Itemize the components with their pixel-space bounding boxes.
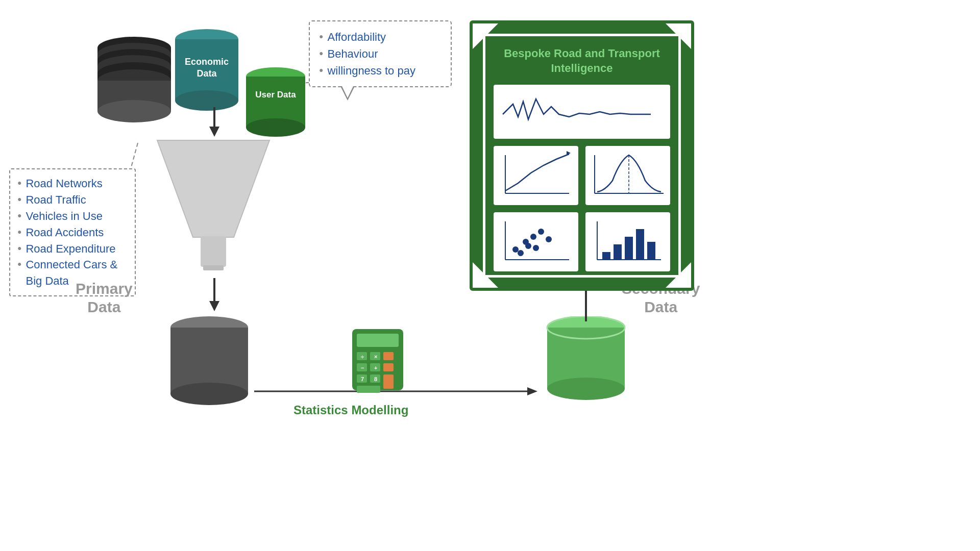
svg-point-14	[97, 100, 171, 122]
secondary-data-cylinder	[545, 316, 627, 413]
list-item-road-accidents: Road Accidents	[17, 224, 128, 241]
list-item-road-expenditure: Road Expenditure	[17, 241, 128, 257]
svg-rect-78	[636, 229, 644, 260]
chart-scatter	[494, 212, 578, 271]
list-item-vehicles: Vehicles in Use	[17, 208, 128, 224]
svg-point-70	[538, 229, 544, 235]
svg-point-71	[533, 245, 539, 251]
svg-point-30	[170, 383, 248, 405]
intelligence-box: Bespoke Road and Transport Intelligence	[470, 20, 694, 291]
waveform-svg	[498, 89, 666, 135]
list-item-road-networks: Road Networks	[17, 176, 128, 192]
svg-point-68	[530, 234, 536, 240]
svg-text:+: +	[374, 365, 377, 371]
funnel	[152, 135, 275, 273]
data-list-box: Road Networks Road Traffic Vehicles in U…	[9, 168, 136, 296]
black-db-svg	[96, 36, 173, 148]
svg-rect-76	[614, 244, 622, 260]
svg-point-69	[525, 243, 531, 249]
svg-rect-77	[625, 237, 633, 260]
corner-tr	[666, 23, 691, 49]
svg-point-53	[547, 378, 625, 400]
chart-bell	[585, 146, 670, 205]
corner-tl	[473, 23, 498, 49]
bar-svg	[590, 216, 666, 267]
svg-rect-40	[383, 363, 394, 371]
svg-text:−: −	[361, 365, 364, 371]
tooltip-item-behaviour: Behaviour	[319, 45, 442, 62]
svg-rect-37	[383, 352, 394, 360]
tooltip-list: Affordability Behaviour willingness to p…	[319, 29, 442, 79]
svg-rect-79	[647, 242, 655, 260]
primary-data-cylinder	[168, 316, 250, 418]
svg-point-72	[546, 236, 552, 242]
black-database-cylinder	[96, 36, 173, 148]
arrow-funnel-to-primary	[204, 278, 225, 314]
svg-point-67	[518, 250, 524, 256]
svg-rect-25	[203, 265, 224, 270]
corner-bl	[473, 262, 498, 288]
data-list: Road Networks Road Traffic Vehicles in U…	[17, 176, 128, 289]
tooltip-item-affordability: Affordability	[319, 29, 442, 45]
svg-text:8: 8	[374, 376, 377, 382]
intelligence-inner: Bespoke Road and Transport Intelligence	[483, 34, 681, 278]
secondary-db-svg	[545, 316, 627, 413]
svg-text:×: ×	[374, 354, 377, 360]
scatter-svg	[498, 216, 574, 267]
arrow-to-funnel	[204, 107, 225, 138]
economic-data-label: Economic Data	[174, 56, 240, 80]
corner-br	[666, 262, 691, 288]
svg-point-65	[512, 246, 519, 253]
svg-marker-23	[157, 140, 270, 237]
user-data-label: User Data	[245, 89, 306, 101]
tooltip-item-willingness: willingness to pay	[319, 62, 442, 79]
darkgrey-db-svg	[168, 316, 250, 418]
svg-rect-43	[383, 374, 394, 389]
svg-rect-75	[602, 252, 610, 260]
svg-rect-34	[357, 334, 399, 347]
primary-data-label: Primary Data	[76, 280, 133, 316]
svg-marker-32	[527, 387, 537, 395]
tooltip-box: Affordability Behaviour willingness to p…	[309, 20, 452, 87]
svg-text:7: 7	[361, 376, 364, 382]
svg-rect-24	[201, 236, 226, 267]
chart-line	[494, 146, 578, 205]
chart-grid	[494, 85, 670, 271]
list-item-road-traffic: Road Traffic	[17, 192, 128, 208]
line-chart-svg	[498, 150, 574, 201]
intelligence-title: Bespoke Road and Transport Intelligence	[494, 46, 670, 76]
svg-point-20	[246, 118, 305, 137]
bell-svg	[590, 150, 666, 201]
stats-modelling-label: Statistics Modelling	[293, 403, 408, 417]
svg-rect-44	[357, 386, 380, 393]
calculator-icon: ÷ × − + 7 8	[350, 327, 406, 393]
svg-marker-27	[209, 301, 219, 311]
svg-text:÷: ÷	[361, 354, 364, 360]
chart-bar	[585, 212, 670, 271]
chart-waveform	[494, 85, 670, 139]
